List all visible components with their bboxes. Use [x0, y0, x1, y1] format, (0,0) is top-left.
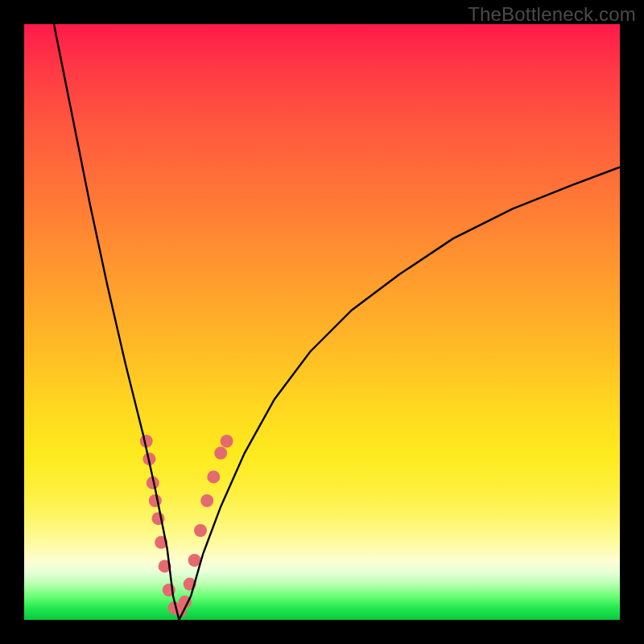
watermark-text: TheBottleneck.com [468, 3, 636, 26]
data-point-dot [194, 524, 207, 537]
data-point-dot [200, 494, 213, 507]
data-point-dot [149, 494, 162, 507]
data-point-dot [214, 447, 227, 460]
plot-area [24, 24, 620, 620]
bottleneck-curve [54, 24, 620, 620]
chart-frame: TheBottleneck.com [0, 0, 644, 644]
data-point-dot [221, 435, 233, 448]
dots-layer [140, 435, 233, 617]
chart-svg [24, 24, 620, 620]
data-point-dot [207, 470, 220, 483]
